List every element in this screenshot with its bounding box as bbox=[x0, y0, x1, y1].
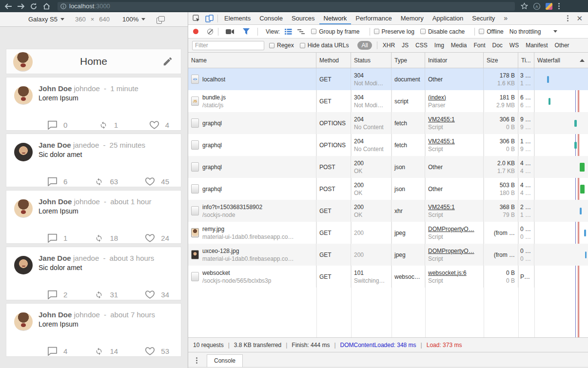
comment-button[interactable]: 2 bbox=[47, 290, 67, 299]
post-avatar[interactable] bbox=[14, 86, 33, 105]
tab-performance[interactable]: Performance bbox=[351, 12, 396, 24]
initiator-source[interactable]: DOMPropertyO… bbox=[428, 226, 474, 232]
record-icon[interactable] bbox=[193, 29, 198, 34]
filter-type-css[interactable]: CSS bbox=[412, 42, 431, 49]
view-waterfall-icon[interactable] bbox=[294, 25, 307, 38]
network-request-row[interactable]: websocket /sockjs-node/565/bclxbs3p GET … bbox=[188, 266, 588, 288]
filter-input[interactable] bbox=[192, 41, 264, 50]
filter-type-ws[interactable]: WS bbox=[506, 42, 522, 49]
filter-type-manifest[interactable]: Manifest bbox=[522, 42, 551, 49]
home-icon[interactable] bbox=[40, 0, 53, 12]
devtools-menu-icon[interactable] bbox=[566, 14, 569, 22]
screenshot-camera-icon[interactable] bbox=[223, 25, 236, 38]
initiator-source[interactable]: Other bbox=[428, 76, 443, 83]
regex-checkbox[interactable]: Regex bbox=[269, 42, 294, 49]
network-request-row[interactable]: graphql POST 200 OK json Other 503 B 180… bbox=[188, 178, 588, 200]
retweet-button[interactable]: 14 bbox=[94, 347, 118, 356]
initiator-source[interactable]: websocket.js:6 bbox=[428, 270, 467, 276]
like-button[interactable]: 34 bbox=[145, 290, 169, 299]
column-header-status[interactable]: Status bbox=[351, 53, 392, 68]
edit-pencil-icon[interactable] bbox=[162, 56, 173, 67]
like-button[interactable]: 53 bbox=[145, 347, 169, 356]
address-bar[interactable]: localhost:3000 bbox=[58, 2, 515, 11]
back-icon[interactable] bbox=[2, 0, 15, 12]
hide-data-urls-checkbox[interactable]: Hide data URLs bbox=[300, 42, 349, 49]
tab-console[interactable]: Console bbox=[255, 12, 287, 24]
network-request-row[interactable]: info?t=1503683158902 /sockjs-node GET 20… bbox=[188, 200, 588, 222]
post-author-name[interactable]: John Doe bbox=[39, 84, 72, 93]
filter-type-xhr[interactable]: XHR bbox=[379, 42, 398, 49]
tab-application[interactable]: Application bbox=[428, 12, 468, 24]
filter-type-font[interactable]: Font bbox=[470, 42, 489, 49]
network-request-row[interactable]: localhost GET 304 Not Modi… document Oth… bbox=[188, 68, 588, 90]
filter-type-doc[interactable]: Doc bbox=[489, 42, 506, 49]
initiator-source[interactable]: Other bbox=[428, 164, 443, 171]
disable-cache-checkbox[interactable]: Disable cache bbox=[420, 28, 465, 35]
retweet-button[interactable]: 18 bbox=[94, 233, 118, 243]
forward-icon[interactable] bbox=[15, 0, 27, 12]
tab-network[interactable]: Network bbox=[319, 12, 352, 24]
bookmark-star-icon[interactable] bbox=[521, 2, 528, 10]
filter-type-other[interactable]: Other bbox=[551, 42, 573, 49]
comment-button[interactable]: 6 bbox=[47, 177, 67, 186]
reload-icon[interactable] bbox=[27, 0, 40, 12]
initiator-source[interactable]: VM2455:1 bbox=[428, 204, 455, 211]
drawer-tab-console[interactable]: Console bbox=[207, 354, 243, 367]
post-avatar[interactable] bbox=[14, 199, 33, 218]
initiator-source[interactable]: VM2455:1 bbox=[428, 138, 455, 145]
post-avatar[interactable] bbox=[14, 312, 33, 331]
post-avatar[interactable] bbox=[14, 256, 33, 274]
retweet-button[interactable]: 63 bbox=[94, 177, 118, 186]
network-request-row[interactable]: bundle.js /static/js GET 304 Not Modi… s… bbox=[188, 90, 588, 112]
initiator-source[interactable]: DOMPropertyO… bbox=[428, 248, 474, 254]
comment-button[interactable]: 4 bbox=[47, 347, 67, 356]
post-avatar[interactable] bbox=[14, 143, 33, 161]
device-dimensions[interactable]: 360×640 bbox=[75, 16, 110, 23]
drawer-menu-icon[interactable] bbox=[195, 356, 198, 365]
network-request-row[interactable]: graphql POST 200 OK json Other 2.0 KB 1.… bbox=[188, 156, 588, 178]
clear-icon[interactable] bbox=[207, 29, 213, 35]
more-tabs-icon[interactable]: » bbox=[499, 12, 512, 24]
tab-elements[interactable]: Elements bbox=[220, 12, 255, 24]
filter-funnel-icon[interactable] bbox=[240, 25, 253, 38]
comment-button[interactable]: 0 bbox=[47, 120, 67, 130]
network-request-row[interactable]: graphql OPTIONS 204 No Content fetch VM2… bbox=[188, 112, 588, 134]
network-request-row[interactable]: graphql OPTIONS 204 No Content fetch VM2… bbox=[188, 134, 588, 156]
initiator-source[interactable]: VM2455:1 bbox=[428, 116, 455, 123]
comment-button[interactable]: 1 bbox=[47, 233, 67, 243]
tab-memory[interactable]: Memory bbox=[396, 12, 428, 24]
post-author-name[interactable]: John Doe bbox=[39, 197, 72, 206]
device-toolbar-toggle-icon[interactable] bbox=[203, 12, 216, 24]
filter-type-media[interactable]: Media bbox=[448, 42, 470, 49]
like-button[interactable]: 45 bbox=[145, 177, 169, 186]
browser-menu-icon[interactable] bbox=[557, 2, 561, 10]
tab-security[interactable]: Security bbox=[468, 12, 499, 24]
extension-avatar-icon[interactable] bbox=[546, 3, 552, 10]
offline-checkbox[interactable]: Offline bbox=[479, 28, 503, 35]
column-header-method[interactable]: Method bbox=[316, 53, 351, 68]
column-header-waterfall[interactable]: Waterfall bbox=[534, 53, 588, 68]
zoom-select[interactable]: 100% bbox=[122, 16, 145, 23]
devtools-close-icon[interactable]: ✕ bbox=[576, 15, 583, 22]
preserve-log-checkbox[interactable]: Preserve log bbox=[374, 28, 414, 35]
network-request-row[interactable]: uxceo-128.jpg material-ui-1dab0.firebase… bbox=[188, 244, 588, 266]
column-header-size[interactable]: Size bbox=[484, 53, 518, 68]
post-author-name[interactable]: Jane Doe bbox=[39, 254, 71, 262]
throttling-select[interactable]: No throttling bbox=[510, 28, 558, 35]
column-header-name[interactable]: Name bbox=[188, 53, 316, 68]
initiator-source[interactable]: Other bbox=[428, 186, 443, 193]
retweet-button[interactable]: 1 bbox=[98, 120, 118, 130]
filter-type-js[interactable]: JS bbox=[398, 42, 412, 49]
like-button[interactable]: 24 bbox=[145, 233, 169, 243]
filter-type-img[interactable]: Img bbox=[431, 42, 448, 49]
filter-type-all[interactable]: All bbox=[357, 41, 372, 50]
network-request-row[interactable]: remy.jpg material-ui-1dab0.firebaseapp.c… bbox=[188, 222, 588, 244]
tab-sources[interactable]: Sources bbox=[287, 12, 319, 24]
retweet-button[interactable]: 31 bbox=[94, 290, 118, 299]
initiator-source[interactable]: (index) bbox=[428, 94, 446, 101]
inspect-element-icon[interactable] bbox=[190, 12, 203, 24]
post-author-name[interactable]: John Doe bbox=[39, 310, 72, 319]
device-select[interactable]: Galaxy S5 bbox=[28, 16, 64, 23]
view-list-icon[interactable] bbox=[282, 25, 294, 38]
column-header-initiator[interactable]: Initiator bbox=[425, 53, 484, 68]
